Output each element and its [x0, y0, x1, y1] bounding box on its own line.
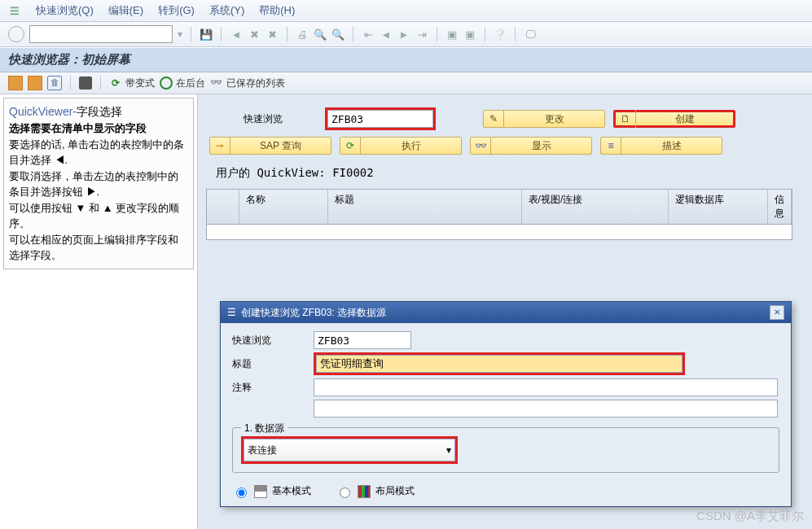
first-page-icon[interactable]: ⇤ [362, 28, 375, 41]
transfer-icon[interactable] [79, 77, 92, 90]
standard-toolbar: ▾ 💾 ◄ ✖ ✖ 🖨 🔍 🔍 ⇤ ◄ ► ⇥ ▣ ▣ ❔ 🖵 [0, 22, 812, 47]
arrow-right-icon: ➙ [210, 137, 230, 155]
create-quickview-dialog: ☰ 创建快速浏览 ZFB03: 选择数据源 ✕ 快速浏览 标题 注释 1. 数据… [220, 301, 792, 507]
display-button[interactable]: 👓 显示 [470, 137, 592, 155]
shortcut-icon[interactable]: ▣ [463, 28, 476, 41]
dialog-close-button[interactable]: ✕ [770, 305, 784, 320]
info-icon: ≡ [601, 137, 621, 155]
page-title: 快速浏览器：初始屏幕 [0, 47, 812, 72]
help-line5: 可以在相应的页面上编辑排序字段和选择字段。 [9, 234, 178, 262]
menu-system[interactable]: 系统(Y) [209, 3, 244, 18]
with-variant-button[interactable]: ⟳带变式 [109, 77, 155, 90]
dlg-note-input[interactable] [314, 378, 778, 396]
paste-icon[interactable] [28, 76, 42, 90]
radio-basic-mode[interactable]: 基本模式 [232, 484, 311, 498]
dialog-titlebar[interactable]: ☰ 创建快速浏览 ZFB03: 选择数据源 ✕ [221, 302, 791, 323]
layout-mode-label: 布局模式 [375, 484, 415, 498]
saved-lists-button[interactable]: 👓已保存的列表 [210, 77, 285, 90]
save-icon[interactable]: 💾 [200, 28, 213, 41]
prev-page-icon[interactable]: ◄ [380, 28, 393, 41]
exit-icon[interactable]: ✖ [248, 28, 261, 41]
create-button[interactable]: 🗋 创建 [613, 110, 735, 128]
help-line2: 要选择的话, 单击右边的表控制中的条目并选择 ◀. [9, 138, 184, 167]
table-header: 名称 标题 表/视图/连接 逻辑数据库 信息 [207, 190, 792, 225]
glasses-icon: 👓 [471, 137, 491, 155]
help-box: QuickViewer-字段选择 选择需要在清单中显示的字段 要选择的话, 单击… [3, 98, 194, 269]
next-page-icon[interactable]: ► [397, 28, 410, 41]
app-menu-icon[interactable]: ☰ [8, 5, 21, 17]
table-hcell-ldb[interactable]: 逻辑数据库 [669, 190, 768, 224]
layout-mode-icon [358, 485, 371, 498]
dlg-note2-input[interactable] [314, 400, 778, 418]
basic-mode-icon [254, 485, 267, 498]
change-button[interactable]: ✎ 更改 [483, 110, 605, 128]
table-body[interactable] [207, 225, 792, 239]
help-line4: 可以使用按钮 ▼ 和 ▲ 更改字段的顺序。 [9, 202, 179, 230]
execute-button[interactable]: ⟳ 执行 [340, 137, 462, 155]
dlg-title-input[interactable] [316, 355, 683, 373]
radio-basic-input[interactable] [236, 487, 247, 498]
dlg-quickview-input[interactable] [314, 331, 411, 349]
layout-icon[interactable]: 🖵 [524, 28, 537, 41]
dlg-title-label: 标题 [232, 357, 314, 371]
radio-layout-mode[interactable]: 布局模式 [336, 484, 415, 498]
describe-button[interactable]: ≡ 描述 [600, 137, 722, 155]
help-title-a: QuickViewer- [9, 105, 77, 118]
find-icon[interactable]: 🔍 [314, 28, 327, 41]
dlg-note-label: 注释 [232, 381, 314, 395]
pencil-icon: ✎ [484, 110, 504, 128]
quickview-label: 快速浏览 [244, 112, 317, 126]
menu-bar: ☰ 快速浏览(Q) 编辑(E) 转到(G) 系统(Y) 帮助(H) [0, 0, 812, 22]
dialog-icon: ☰ [227, 307, 236, 318]
mode-row: 基本模式 布局模式 [232, 484, 779, 498]
sap-query-button[interactable]: ➙ SAP 查询 [209, 137, 331, 155]
datasource-legend: 1. 数据源 [241, 422, 287, 435]
execute-icon: ⟳ [340, 137, 361, 155]
cancel-icon[interactable]: ✖ [266, 28, 279, 41]
user-quickview-text: 用户的 QuickView: FI0002 [216, 166, 804, 181]
table-hcell-table[interactable]: 表/视图/连接 [522, 190, 669, 224]
enter-icon[interactable] [8, 26, 24, 42]
new-session-icon[interactable]: ▣ [446, 28, 459, 41]
menu-quick[interactable]: 快速浏览(Q) [36, 3, 94, 18]
radio-layout-input[interactable] [340, 487, 350, 498]
basic-mode-label: 基本模式 [272, 484, 311, 498]
copy-icon[interactable] [8, 76, 23, 90]
menu-goto[interactable]: 转到(G) [158, 3, 195, 18]
help2-icon[interactable]: ❔ [494, 28, 507, 41]
in-background-button[interactable]: 在后台 [160, 77, 205, 90]
last-page-icon[interactable]: ⇥ [415, 28, 428, 41]
command-field[interactable] [29, 25, 173, 43]
help-line1: 选择需要在清单中显示的字段 [9, 122, 147, 134]
help-title-b: 字段选择 [77, 105, 122, 118]
datasource-select[interactable]: 表连接 ▾ [244, 439, 455, 461]
menu-help[interactable]: 帮助(H) [259, 3, 295, 18]
datasource-fieldset: 1. 数据源 表连接 ▾ [232, 427, 779, 473]
datasource-value: 表连接 [248, 444, 277, 457]
print-icon[interactable]: 🖨 [296, 28, 309, 41]
help-line3: 要取消选择，单击左边的表控制中的条目并选择按钮 ▶. [9, 170, 178, 199]
dialog-body: 快速浏览 标题 注释 1. 数据源 表连接 ▾ [221, 323, 791, 506]
dlg-quickview-label: 快速浏览 [232, 334, 314, 348]
table-hcell-blank [207, 190, 239, 224]
table-hcell-info[interactable]: 信息 [768, 190, 792, 224]
dropdown-icon[interactable]: ▾ [178, 28, 182, 40]
quickview-table: 名称 标题 表/视图/连接 逻辑数据库 信息 [206, 189, 792, 240]
table-hcell-name[interactable]: 名称 [239, 190, 328, 224]
find-next-icon[interactable]: 🔍 [331, 28, 345, 41]
chevron-down-icon: ▾ [446, 444, 451, 456]
help-pane: QuickViewer-字段选择 选择需要在清单中显示的字段 要选择的话, 单击… [0, 94, 198, 529]
dialog-title: 创建快速浏览 ZFB03: 选择数据源 [241, 306, 770, 320]
table-hcell-title[interactable]: 标题 [328, 190, 522, 224]
app-toolbar: 🗑 ⟳带变式 在后台 👓已保存的列表 [0, 72, 812, 94]
document-icon: 🗋 [616, 110, 636, 128]
quickview-input[interactable] [327, 110, 433, 128]
back-icon[interactable]: ◄ [230, 28, 243, 41]
menu-edit[interactable]: 编辑(E) [108, 3, 143, 18]
delete-icon[interactable]: 🗑 [47, 76, 62, 90]
watermark: CSDN @A李艾菲尔 [696, 509, 804, 524]
